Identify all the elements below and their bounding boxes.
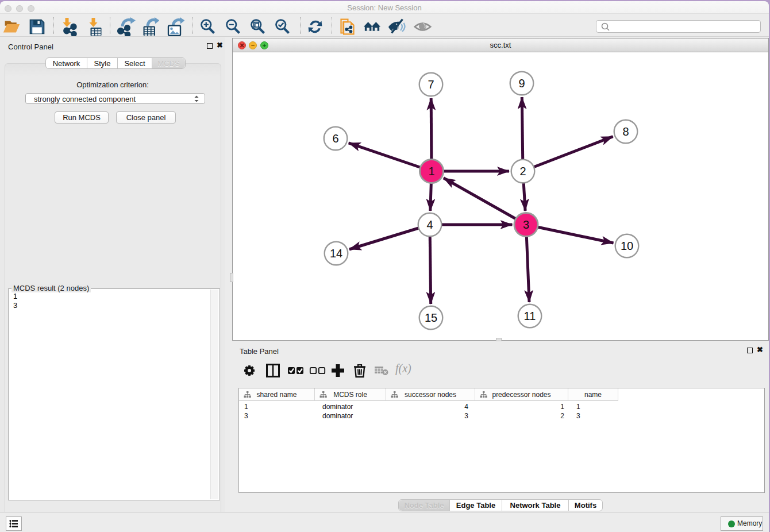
svg-text:10: 10 bbox=[621, 240, 633, 252]
svg-text:15: 15 bbox=[425, 311, 437, 324]
svg-text:2: 2 bbox=[519, 165, 526, 178]
svg-text:4: 4 bbox=[426, 218, 433, 231]
svg-text:8: 8 bbox=[622, 125, 629, 138]
svg-text:7: 7 bbox=[428, 78, 434, 91]
svg-text:6: 6 bbox=[332, 132, 338, 145]
svg-text:14: 14 bbox=[330, 247, 342, 260]
svg-text:9: 9 bbox=[518, 77, 525, 90]
svg-text:1: 1 bbox=[428, 165, 434, 178]
svg-text:3: 3 bbox=[523, 218, 529, 231]
svg-text:11: 11 bbox=[524, 310, 536, 322]
